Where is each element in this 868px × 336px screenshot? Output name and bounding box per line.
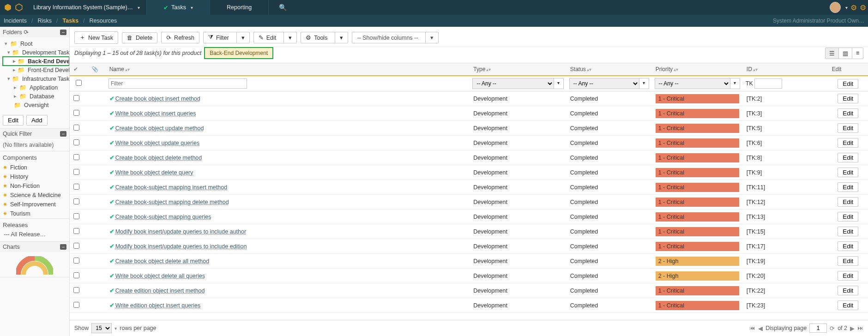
row-checkbox[interactable] xyxy=(73,228,79,234)
col-type[interactable]: Type▴▾ xyxy=(470,63,567,76)
row-checkbox[interactable] xyxy=(73,198,79,204)
table-row[interactable]: ✔Write book object update queriesDevelop… xyxy=(70,136,868,150)
filter-button[interactable]: ⧩Filter▾ xyxy=(203,32,250,43)
crumb-risks[interactable]: Risks xyxy=(38,18,52,24)
task-link[interactable]: Create book-subject mapping insert metho… xyxy=(115,184,228,191)
status-filter[interactable]: -- Any -- xyxy=(569,78,639,89)
table-row[interactable]: ✔Create book object delete all methodDev… xyxy=(70,254,868,269)
table-row[interactable]: ✔Create book-subject mapping delete meth… xyxy=(70,195,868,210)
refresh-icon[interactable]: ⟳ xyxy=(23,28,30,36)
caret-down-icon[interactable]: ▾ xyxy=(425,32,438,43)
product-dropdown[interactable]: Library Information System (Sample)… ▾ xyxy=(27,0,146,15)
caret-down-icon[interactable]: ▾ xyxy=(335,32,348,43)
tree-infra[interactable]: 📁Infrastructure Tasks xyxy=(3,74,69,83)
row-edit-button[interactable]: Edit xyxy=(838,286,858,295)
search-button[interactable]: 🔍 xyxy=(268,0,297,15)
col-priority[interactable]: Priority▴▾ xyxy=(652,63,743,76)
tree-backend[interactable]: 📁Back-End Develo… xyxy=(3,57,69,66)
col-name[interactable]: Name▴▾ xyxy=(106,63,470,76)
caret-down-icon[interactable]: ▾ xyxy=(554,78,564,89)
row-edit-button[interactable]: Edit xyxy=(838,123,858,133)
caret-down-icon[interactable]: ▾ xyxy=(283,32,296,43)
next-page-icon[interactable]: ▶ xyxy=(850,325,855,332)
table-row[interactable]: ✔Write book object delete queryDevelopme… xyxy=(70,165,868,180)
new-task-button[interactable]: ＋New Task xyxy=(74,31,118,44)
tab-reporting[interactable]: Reporting xyxy=(210,0,268,15)
row-checkbox[interactable] xyxy=(73,169,79,175)
prev-page-icon[interactable]: ◀ xyxy=(758,325,763,332)
caret-down-icon[interactable]: ▾ xyxy=(845,5,848,10)
tools-button[interactable]: ⚙Tools▾ xyxy=(301,32,348,43)
task-link[interactable]: Create book object update method xyxy=(115,125,204,132)
table-row[interactable]: ✔Create edition object insert methodDeve… xyxy=(70,283,868,298)
tree-dev-tasks[interactable]: 📁Development Tasks xyxy=(3,48,69,57)
first-page-icon[interactable]: ⏮ xyxy=(749,325,755,331)
tree-frontend[interactable]: 📁Front-End Develo… xyxy=(3,66,69,74)
table-row[interactable]: ✔Create book object delete methodDevelop… xyxy=(70,150,868,165)
caret-down-icon[interactable]: ▾ xyxy=(236,32,249,43)
crumb-incidents[interactable]: Incidents xyxy=(4,18,27,24)
row-edit-button[interactable]: Edit xyxy=(838,227,858,236)
last-page-icon[interactable]: ⏭ xyxy=(857,325,863,331)
task-link[interactable]: Modify book insert/update queries to inc… xyxy=(115,228,247,235)
table-row[interactable]: ✔Modify book insert/update queries to in… xyxy=(70,224,868,239)
table-row[interactable]: ✔Write book object delete all queriesDev… xyxy=(70,269,868,283)
row-edit-button[interactable]: Edit xyxy=(838,182,858,192)
type-filter[interactable]: -- Any -- xyxy=(472,78,554,89)
refresh-icon[interactable]: ⟳ xyxy=(830,325,835,332)
crumb-resources[interactable]: Resources xyxy=(90,18,117,24)
row-edit-button[interactable]: Edit xyxy=(838,153,858,162)
task-link[interactable]: Create book-subject mapping delete metho… xyxy=(115,199,229,205)
row-edit-button[interactable]: Edit xyxy=(838,300,858,310)
table-row[interactable]: ✔Write book object insert queriesDevelop… xyxy=(70,106,868,121)
view-board-icon[interactable]: ▥ xyxy=(838,48,852,59)
table-row[interactable]: ✔Create book-subject mapping insert meth… xyxy=(70,180,868,195)
folder-edit-button[interactable]: Edit xyxy=(3,115,24,126)
page-input[interactable] xyxy=(809,324,827,333)
caret-down-icon[interactable]: ▾ xyxy=(115,326,117,331)
row-edit-button[interactable]: Edit xyxy=(838,138,858,148)
collapse-icon[interactable]: – xyxy=(60,131,66,137)
row-checkbox[interactable] xyxy=(73,272,79,278)
task-link[interactable]: Modify book insert/update queries to inc… xyxy=(115,243,247,250)
table-row[interactable]: ✔Create book-subject mapping queriesDeve… xyxy=(70,210,868,224)
view-list-icon[interactable]: ☰ xyxy=(826,48,838,59)
row-edit-button[interactable]: Edit xyxy=(838,108,858,118)
col-attachment[interactable]: 📎 xyxy=(88,63,105,76)
component-item[interactable]: ✷History xyxy=(0,172,69,181)
row-checkbox[interactable] xyxy=(73,125,79,131)
show-hide-columns[interactable]: -- Show/hide columns --▾ xyxy=(352,32,439,43)
task-link[interactable]: Write book object update queries xyxy=(115,140,200,146)
tree-oversight[interactable]: 📁Oversight xyxy=(3,101,69,109)
task-link[interactable]: Write book object delete query xyxy=(115,169,193,176)
avatar[interactable] xyxy=(830,2,841,13)
task-link[interactable]: Write book object insert queries xyxy=(115,110,196,117)
releases-all[interactable]: --- All Release… xyxy=(0,230,69,241)
delete-button[interactable]: 🗑Delete xyxy=(122,32,157,43)
row-edit-button[interactable]: Edit xyxy=(838,168,858,177)
row-checkbox[interactable] xyxy=(73,213,79,219)
row-checkbox[interactable] xyxy=(73,95,79,101)
row-checkbox[interactable] xyxy=(73,243,79,249)
edit-button[interactable]: ✎Edit▾ xyxy=(253,32,297,43)
select-all-checkbox[interactable] xyxy=(72,80,85,86)
row-edit-button[interactable]: Edit xyxy=(838,241,858,251)
row-checkbox[interactable] xyxy=(73,302,79,308)
component-item[interactable]: ✷Self-Improvement xyxy=(0,200,69,209)
refresh-button[interactable]: ⟳Refresh xyxy=(161,32,199,43)
row-checkbox[interactable] xyxy=(73,184,79,190)
task-link[interactable]: Create book-subject mapping queries xyxy=(115,214,211,220)
tree-database[interactable]: 📁Database xyxy=(3,92,69,101)
tree-root[interactable]: 📁Root xyxy=(3,39,69,48)
row-edit-button[interactable]: Edit xyxy=(838,94,858,103)
row-edit-button[interactable]: Edit xyxy=(838,256,858,266)
gear-icon[interactable]: ⚙ xyxy=(850,3,857,12)
col-status[interactable]: Status▴▾ xyxy=(567,63,652,76)
folder-add-button[interactable]: Add xyxy=(26,115,48,126)
row-checkbox[interactable] xyxy=(73,258,79,264)
component-item[interactable]: ✷Tourism xyxy=(0,209,69,218)
row-checkbox[interactable] xyxy=(73,154,79,160)
page-size-select[interactable]: 15 xyxy=(91,323,112,333)
table-row[interactable]: ✔Modify book insert/update queries to in… xyxy=(70,239,868,254)
component-item[interactable]: ✷Non-Fiction xyxy=(0,181,69,191)
